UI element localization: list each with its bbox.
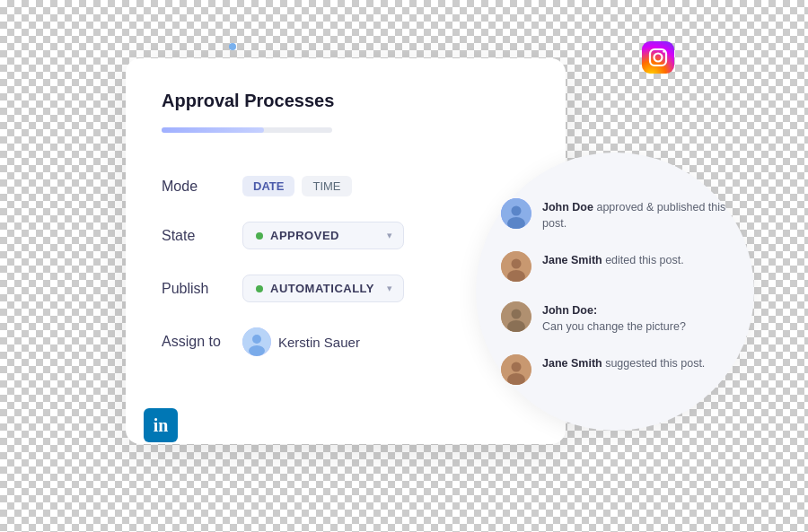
activity-name: John Doe — [542, 201, 593, 214]
mode-date-tag[interactable]: DATE — [242, 176, 294, 196]
svg-point-17 — [512, 362, 522, 372]
svg-point-5 — [252, 335, 261, 344]
avatar — [501, 301, 531, 332]
svg-point-8 — [512, 206, 522, 216]
card-title: Approval Processes — [162, 91, 530, 111]
activity-name: Jane Smith — [542, 357, 602, 370]
linkedin-icon: in — [144, 408, 178, 442]
assign-label: Assign to — [162, 334, 242, 350]
list-item: Jane Smith suggested this post. — [501, 354, 729, 385]
mode-time-tag[interactable]: TIME — [302, 176, 351, 196]
list-item: John Doe:Can you change the picture? — [501, 301, 729, 335]
publish-label: Publish — [162, 281, 242, 297]
state-dot — [256, 232, 263, 240]
mode-label: Mode — [162, 179, 242, 195]
activity-text: Jane Smith edited this post. — [542, 251, 684, 269]
assign-name: Kerstin Sauer — [278, 335, 360, 350]
avatar — [242, 327, 271, 356]
progress-bar-fill — [162, 127, 264, 133]
activity-feed: John Doe approved & published this post.… — [476, 153, 754, 431]
decorative-dot — [229, 43, 236, 50]
activity-text: John Doe approved & published this post. — [542, 198, 729, 231]
instagram-icon — [638, 38, 678, 77]
progress-bar — [162, 127, 332, 133]
mode-row: Mode DATE TIME — [162, 176, 530, 196]
list-item: John Doe approved & published this post. — [501, 198, 729, 231]
svg-point-11 — [512, 259, 522, 269]
publish-row: Publish AUTOMATICALLY ▾ — [162, 275, 530, 302]
chevron-down-icon: ▾ — [387, 230, 392, 241]
activity-text: John Doe:Can you change the picture? — [542, 301, 686, 335]
svg-point-14 — [512, 310, 522, 319]
publish-value: AUTOMATICALLY — [270, 282, 374, 295]
avatar — [501, 198, 531, 229]
assign-row: Assign to Kerstin Sauer — [162, 327, 530, 356]
svg-rect-0 — [642, 41, 674, 74]
svg-point-3 — [663, 50, 664, 52]
publish-dot — [256, 285, 263, 292]
activity-name: Jane Smith — [542, 254, 602, 266]
svg-point-6 — [249, 345, 265, 356]
list-item: Jane Smith edited this post. — [501, 251, 729, 282]
state-row: State APPROVED ▾ — [162, 222, 530, 249]
activity-name: John Doe: — [542, 304, 597, 317]
state-select[interactable]: APPROVED ▾ — [242, 222, 404, 249]
activity-text: Jane Smith suggested this post. — [542, 354, 705, 372]
avatar — [501, 354, 531, 385]
chevron-down-icon-2: ▾ — [387, 283, 392, 294]
mode-value: DATE TIME — [242, 176, 352, 196]
state-label: State — [162, 228, 242, 244]
avatar — [501, 251, 531, 282]
state-value: APPROVED — [270, 229, 339, 242]
publish-select[interactable]: AUTOMATICALLY ▾ — [242, 275, 404, 302]
assign-value: Kerstin Sauer — [242, 327, 360, 356]
